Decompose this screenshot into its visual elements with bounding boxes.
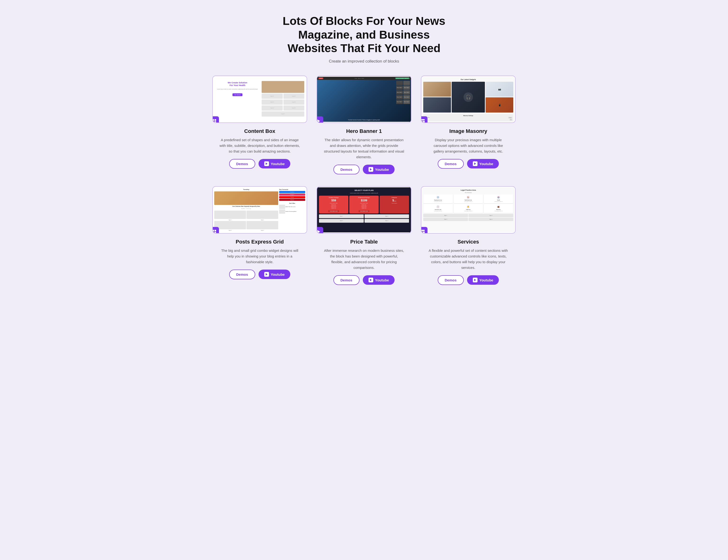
svg-rect-13 bbox=[421, 230, 425, 231]
preview-inner-services: Legal Practice Area Our Services ⚖️Emplo… bbox=[421, 187, 515, 233]
svg-rect-10 bbox=[212, 232, 214, 234]
youtube-icon-services bbox=[473, 278, 478, 282]
demos-button-services[interactable]: Demos bbox=[438, 275, 464, 285]
card-preview-image-masonry: Our Latest Gadgets 🎧 📷 bbox=[421, 76, 516, 123]
preview-inner-hero-banner: NEWS Home · Sports · World ADVERTISEMENT… bbox=[317, 77, 411, 122]
svg-rect-2 bbox=[212, 121, 214, 123]
card-preview-content-box: We Create SolutionFor Your Health Lorem … bbox=[212, 76, 307, 123]
block-card-price-table: SELECT YOUR PLAN Lorem ipsum dolor sit a… bbox=[317, 186, 411, 285]
page-subtitle: Create an improved collection of blocks bbox=[9, 59, 719, 64]
demos-button-image-masonry[interactable]: Demos bbox=[438, 159, 464, 169]
demos-button-hero-banner[interactable]: Demos bbox=[333, 165, 359, 174]
svg-rect-3 bbox=[214, 121, 216, 123]
svg-rect-1 bbox=[214, 119, 216, 121]
block-title-services: Services bbox=[458, 239, 479, 245]
play-icon bbox=[317, 227, 323, 234]
block-card-hero-banner: NEWS Home · Sports · World ADVERTISEMENT… bbox=[317, 76, 411, 174]
blocks-grid: We Create SolutionFor Your Health Lorem … bbox=[212, 76, 516, 285]
card-actions-hero-banner: Demos Youtube bbox=[333, 165, 395, 174]
play-icon bbox=[317, 116, 323, 123]
youtube-button-image-masonry[interactable]: Youtube bbox=[467, 159, 499, 169]
youtube-icon-price-table bbox=[369, 278, 373, 282]
svg-rect-6 bbox=[421, 121, 423, 123]
block-title-posts-express-grid: Posts Express Grid bbox=[236, 239, 284, 245]
svg-marker-4 bbox=[317, 119, 320, 123]
grid-icon bbox=[212, 227, 219, 234]
block-card-services: Legal Practice Area Our Services ⚖️Emplo… bbox=[421, 186, 516, 285]
svg-rect-7 bbox=[423, 121, 425, 123]
youtube-icon-image-masonry bbox=[473, 161, 478, 166]
preview-inner-posts-express-grid: Trending Arte Collection Was Originally … bbox=[213, 187, 307, 233]
youtube-icon-hero-banner bbox=[369, 167, 373, 172]
page-header: Lots Of Blocks For Your News Magazine, a… bbox=[9, 14, 719, 64]
block-desc-content-box: A predefined set of shapes and sides of … bbox=[219, 137, 300, 154]
youtube-button-price-table[interactable]: Youtube bbox=[363, 275, 395, 285]
svg-rect-11 bbox=[214, 232, 216, 234]
block-card-content-box: We Create SolutionFor Your Health Lorem … bbox=[212, 76, 307, 174]
block-card-image-masonry: Our Latest Gadgets 🎧 📷 bbox=[421, 76, 516, 174]
block-desc-price-table: After immense research on modern busines… bbox=[324, 248, 404, 271]
block-desc-image-masonry: Display your precious images with multip… bbox=[428, 137, 509, 154]
block-title-image-masonry: Image Masonry bbox=[449, 128, 487, 134]
youtube-icon-content-box bbox=[264, 161, 269, 166]
card-actions-image-masonry: Demos Youtube bbox=[438, 159, 499, 169]
youtube-button-hero-banner[interactable]: Youtube bbox=[363, 165, 395, 174]
block-desc-hero-banner: The slider allows for dynamic content pr… bbox=[324, 137, 404, 160]
svg-rect-15 bbox=[423, 232, 425, 234]
layout-icon bbox=[421, 227, 428, 234]
preview-inner-content-box: We Create SolutionFor Your Health Lorem … bbox=[213, 77, 307, 122]
card-preview-hero-banner: NEWS Home · Sports · World ADVERTISEMENT… bbox=[317, 76, 411, 123]
card-actions-services: Demos Youtube bbox=[438, 275, 499, 285]
block-title-hero-banner: Hero Banner 1 bbox=[346, 128, 382, 134]
demos-button-posts-express-grid[interactable]: Demos bbox=[229, 270, 255, 279]
youtube-button-services[interactable]: Youtube bbox=[467, 275, 499, 285]
card-actions-posts-express-grid: Demos Youtube bbox=[229, 270, 291, 279]
demos-button-content-box[interactable]: Demos bbox=[229, 159, 255, 169]
layout-icon bbox=[421, 116, 428, 123]
svg-rect-8 bbox=[212, 230, 214, 232]
block-desc-services: A flexible and powerful set of content s… bbox=[428, 248, 509, 271]
svg-rect-9 bbox=[214, 230, 216, 232]
card-preview-posts-express-grid: Trending Arte Collection Was Originally … bbox=[212, 186, 307, 234]
block-desc-posts-express-grid: The big and small grid combo widget desi… bbox=[219, 248, 300, 265]
preview-inner-image-masonry: Our Latest Gadgets 🎧 📷 bbox=[421, 77, 515, 122]
block-title-content-box: Content Box bbox=[244, 128, 275, 134]
block-card-posts-express-grid: Trending Arte Collection Was Originally … bbox=[212, 186, 307, 285]
grid-icon bbox=[212, 116, 219, 123]
youtube-button-posts-express-grid[interactable]: Youtube bbox=[259, 270, 291, 279]
card-preview-services: Legal Practice Area Our Services ⚖️Emplo… bbox=[421, 186, 516, 234]
preview-inner-price-table: SELECT YOUR PLAN Lorem ipsum dolor sit a… bbox=[317, 187, 411, 233]
svg-marker-12 bbox=[317, 230, 320, 233]
svg-rect-14 bbox=[421, 232, 423, 234]
youtube-button-content-box[interactable]: Youtube bbox=[259, 159, 291, 169]
demos-button-price-table[interactable]: Demos bbox=[333, 275, 359, 285]
youtube-icon-posts-express-grid bbox=[264, 272, 269, 277]
card-preview-price-table: SELECT YOUR PLAN Lorem ipsum dolor sit a… bbox=[317, 186, 411, 234]
card-actions-content-box: Demos Youtube bbox=[229, 159, 291, 169]
block-title-price-table: Price Table bbox=[350, 239, 378, 245]
svg-rect-5 bbox=[421, 119, 425, 120]
card-actions-price-table: Demos Youtube bbox=[333, 275, 395, 285]
svg-rect-0 bbox=[212, 119, 214, 121]
page-title: Lots Of Blocks For Your News Magazine, a… bbox=[281, 14, 447, 55]
